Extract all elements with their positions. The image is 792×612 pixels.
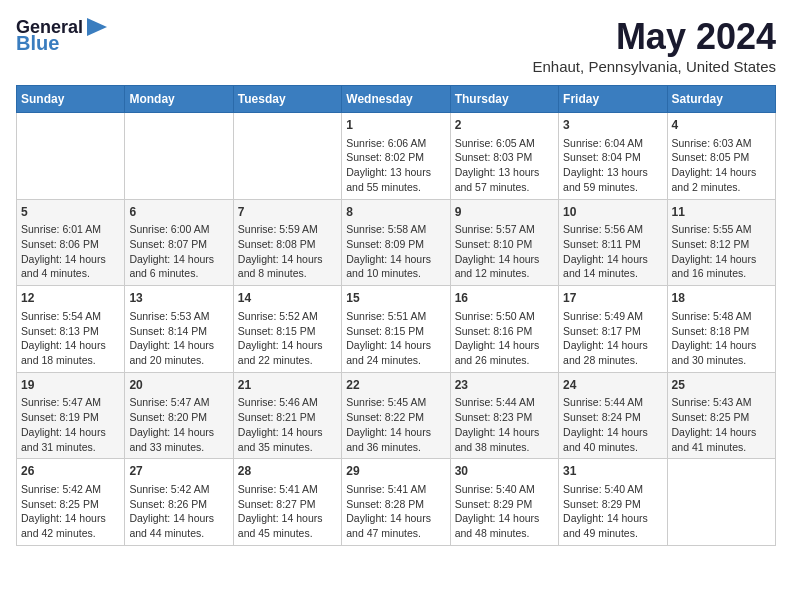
day-content: Sunrise: 5:55 AM Sunset: 8:12 PM Dayligh… bbox=[672, 222, 771, 281]
calendar-cell bbox=[233, 113, 341, 200]
day-number: 30 bbox=[455, 463, 554, 480]
calendar-cell bbox=[667, 459, 775, 546]
day-number: 1 bbox=[346, 117, 445, 134]
calendar-cell: 26Sunrise: 5:42 AM Sunset: 8:25 PM Dayli… bbox=[17, 459, 125, 546]
day-number: 9 bbox=[455, 204, 554, 221]
day-number: 29 bbox=[346, 463, 445, 480]
calendar-week-5: 26Sunrise: 5:42 AM Sunset: 8:25 PM Dayli… bbox=[17, 459, 776, 546]
calendar-cell: 8Sunrise: 5:58 AM Sunset: 8:09 PM Daylig… bbox=[342, 199, 450, 286]
calendar-cell bbox=[125, 113, 233, 200]
day-number: 27 bbox=[129, 463, 228, 480]
calendar-week-4: 19Sunrise: 5:47 AM Sunset: 8:19 PM Dayli… bbox=[17, 372, 776, 459]
day-content: Sunrise: 5:54 AM Sunset: 8:13 PM Dayligh… bbox=[21, 309, 120, 368]
calendar-cell: 12Sunrise: 5:54 AM Sunset: 8:13 PM Dayli… bbox=[17, 286, 125, 373]
calendar-header-thursday: Thursday bbox=[450, 86, 558, 113]
title-block: May 2024 Enhaut, Pennsylvania, United St… bbox=[533, 16, 777, 75]
day-number: 12 bbox=[21, 290, 120, 307]
calendar-cell: 7Sunrise: 5:59 AM Sunset: 8:08 PM Daylig… bbox=[233, 199, 341, 286]
calendar-header-row: SundayMondayTuesdayWednesdayThursdayFrid… bbox=[17, 86, 776, 113]
calendar-cell: 23Sunrise: 5:44 AM Sunset: 8:23 PM Dayli… bbox=[450, 372, 558, 459]
day-content: Sunrise: 5:40 AM Sunset: 8:29 PM Dayligh… bbox=[563, 482, 662, 541]
day-number: 14 bbox=[238, 290, 337, 307]
day-content: Sunrise: 6:06 AM Sunset: 8:02 PM Dayligh… bbox=[346, 136, 445, 195]
day-content: Sunrise: 5:53 AM Sunset: 8:14 PM Dayligh… bbox=[129, 309, 228, 368]
day-number: 8 bbox=[346, 204, 445, 221]
calendar-cell: 27Sunrise: 5:42 AM Sunset: 8:26 PM Dayli… bbox=[125, 459, 233, 546]
calendar-cell: 13Sunrise: 5:53 AM Sunset: 8:14 PM Dayli… bbox=[125, 286, 233, 373]
calendar-header-friday: Friday bbox=[559, 86, 667, 113]
subtitle: Enhaut, Pennsylvania, United States bbox=[533, 58, 777, 75]
day-number: 15 bbox=[346, 290, 445, 307]
day-number: 20 bbox=[129, 377, 228, 394]
calendar-week-3: 12Sunrise: 5:54 AM Sunset: 8:13 PM Dayli… bbox=[17, 286, 776, 373]
calendar-cell: 11Sunrise: 5:55 AM Sunset: 8:12 PM Dayli… bbox=[667, 199, 775, 286]
day-number: 21 bbox=[238, 377, 337, 394]
calendar-cell: 15Sunrise: 5:51 AM Sunset: 8:15 PM Dayli… bbox=[342, 286, 450, 373]
day-number: 19 bbox=[21, 377, 120, 394]
calendar-cell: 2Sunrise: 6:05 AM Sunset: 8:03 PM Daylig… bbox=[450, 113, 558, 200]
day-number: 31 bbox=[563, 463, 662, 480]
day-number: 24 bbox=[563, 377, 662, 394]
day-content: Sunrise: 5:51 AM Sunset: 8:15 PM Dayligh… bbox=[346, 309, 445, 368]
day-number: 10 bbox=[563, 204, 662, 221]
day-content: Sunrise: 5:40 AM Sunset: 8:29 PM Dayligh… bbox=[455, 482, 554, 541]
day-content: Sunrise: 5:47 AM Sunset: 8:19 PM Dayligh… bbox=[21, 395, 120, 454]
day-content: Sunrise: 5:44 AM Sunset: 8:23 PM Dayligh… bbox=[455, 395, 554, 454]
calendar-cell bbox=[17, 113, 125, 200]
day-content: Sunrise: 5:56 AM Sunset: 8:11 PM Dayligh… bbox=[563, 222, 662, 281]
day-content: Sunrise: 5:57 AM Sunset: 8:10 PM Dayligh… bbox=[455, 222, 554, 281]
calendar-cell: 30Sunrise: 5:40 AM Sunset: 8:29 PM Dayli… bbox=[450, 459, 558, 546]
calendar-cell: 18Sunrise: 5:48 AM Sunset: 8:18 PM Dayli… bbox=[667, 286, 775, 373]
day-number: 28 bbox=[238, 463, 337, 480]
day-number: 4 bbox=[672, 117, 771, 134]
logo-arrow-icon bbox=[83, 16, 111, 38]
day-content: Sunrise: 5:49 AM Sunset: 8:17 PM Dayligh… bbox=[563, 309, 662, 368]
calendar-cell: 3Sunrise: 6:04 AM Sunset: 8:04 PM Daylig… bbox=[559, 113, 667, 200]
day-number: 6 bbox=[129, 204, 228, 221]
calendar-table: SundayMondayTuesdayWednesdayThursdayFrid… bbox=[16, 85, 776, 546]
day-number: 7 bbox=[238, 204, 337, 221]
day-number: 16 bbox=[455, 290, 554, 307]
calendar-cell: 29Sunrise: 5:41 AM Sunset: 8:28 PM Dayli… bbox=[342, 459, 450, 546]
day-content: Sunrise: 5:50 AM Sunset: 8:16 PM Dayligh… bbox=[455, 309, 554, 368]
day-number: 22 bbox=[346, 377, 445, 394]
day-content: Sunrise: 5:42 AM Sunset: 8:25 PM Dayligh… bbox=[21, 482, 120, 541]
day-content: Sunrise: 5:59 AM Sunset: 8:08 PM Dayligh… bbox=[238, 222, 337, 281]
calendar-header-tuesday: Tuesday bbox=[233, 86, 341, 113]
calendar-header-wednesday: Wednesday bbox=[342, 86, 450, 113]
day-content: Sunrise: 5:58 AM Sunset: 8:09 PM Dayligh… bbox=[346, 222, 445, 281]
calendar-cell: 31Sunrise: 5:40 AM Sunset: 8:29 PM Dayli… bbox=[559, 459, 667, 546]
calendar-cell: 17Sunrise: 5:49 AM Sunset: 8:17 PM Dayli… bbox=[559, 286, 667, 373]
calendar-cell: 16Sunrise: 5:50 AM Sunset: 8:16 PM Dayli… bbox=[450, 286, 558, 373]
page-header: General Blue May 2024 Enhaut, Pennsylvan… bbox=[16, 16, 776, 75]
day-number: 13 bbox=[129, 290, 228, 307]
main-title: May 2024 bbox=[533, 16, 777, 58]
calendar-cell: 25Sunrise: 5:43 AM Sunset: 8:25 PM Dayli… bbox=[667, 372, 775, 459]
day-content: Sunrise: 5:52 AM Sunset: 8:15 PM Dayligh… bbox=[238, 309, 337, 368]
calendar-cell: 24Sunrise: 5:44 AM Sunset: 8:24 PM Dayli… bbox=[559, 372, 667, 459]
day-content: Sunrise: 5:46 AM Sunset: 8:21 PM Dayligh… bbox=[238, 395, 337, 454]
calendar-cell: 14Sunrise: 5:52 AM Sunset: 8:15 PM Dayli… bbox=[233, 286, 341, 373]
day-content: Sunrise: 5:42 AM Sunset: 8:26 PM Dayligh… bbox=[129, 482, 228, 541]
day-content: Sunrise: 6:03 AM Sunset: 8:05 PM Dayligh… bbox=[672, 136, 771, 195]
day-number: 11 bbox=[672, 204, 771, 221]
day-content: Sunrise: 6:01 AM Sunset: 8:06 PM Dayligh… bbox=[21, 222, 120, 281]
day-content: Sunrise: 6:00 AM Sunset: 8:07 PM Dayligh… bbox=[129, 222, 228, 281]
calendar-cell: 22Sunrise: 5:45 AM Sunset: 8:22 PM Dayli… bbox=[342, 372, 450, 459]
calendar-header-saturday: Saturday bbox=[667, 86, 775, 113]
day-number: 25 bbox=[672, 377, 771, 394]
calendar-week-1: 1Sunrise: 6:06 AM Sunset: 8:02 PM Daylig… bbox=[17, 113, 776, 200]
day-content: Sunrise: 5:43 AM Sunset: 8:25 PM Dayligh… bbox=[672, 395, 771, 454]
calendar-cell: 5Sunrise: 6:01 AM Sunset: 8:06 PM Daylig… bbox=[17, 199, 125, 286]
day-content: Sunrise: 5:48 AM Sunset: 8:18 PM Dayligh… bbox=[672, 309, 771, 368]
calendar-cell: 20Sunrise: 5:47 AM Sunset: 8:20 PM Dayli… bbox=[125, 372, 233, 459]
svg-marker-0 bbox=[87, 18, 107, 36]
day-content: Sunrise: 6:05 AM Sunset: 8:03 PM Dayligh… bbox=[455, 136, 554, 195]
day-content: Sunrise: 6:04 AM Sunset: 8:04 PM Dayligh… bbox=[563, 136, 662, 195]
calendar-cell: 19Sunrise: 5:47 AM Sunset: 8:19 PM Dayli… bbox=[17, 372, 125, 459]
calendar-cell: 28Sunrise: 5:41 AM Sunset: 8:27 PM Dayli… bbox=[233, 459, 341, 546]
calendar-cell: 21Sunrise: 5:46 AM Sunset: 8:21 PM Dayli… bbox=[233, 372, 341, 459]
day-number: 17 bbox=[563, 290, 662, 307]
day-number: 3 bbox=[563, 117, 662, 134]
calendar-cell: 10Sunrise: 5:56 AM Sunset: 8:11 PM Dayli… bbox=[559, 199, 667, 286]
